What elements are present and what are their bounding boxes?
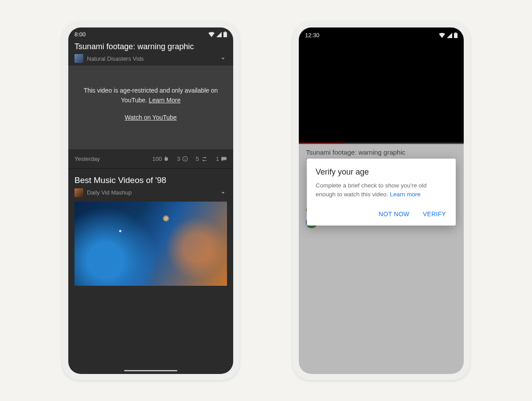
svg-rect-0 [223, 32, 227, 37]
phone-frame-left: 8:00 Tsunami footage: warning graphic Na… [62, 21, 239, 380]
dialog-body: Complete a brief check to show you're ol… [316, 181, 447, 199]
learn-more-link[interactable]: Learn More [149, 97, 181, 104]
chevron-down-icon[interactable] [219, 55, 227, 62]
cell-signal-icon [447, 33, 452, 38]
video-thumbnail[interactable] [74, 202, 227, 286]
svg-point-2 [183, 156, 188, 161]
comment-icon [221, 156, 227, 162]
channel-name[interactable]: Daily Vid Mashup [87, 189, 132, 196]
learn-more-link[interactable]: Learn more [390, 191, 420, 198]
status-icons [208, 31, 227, 37]
wifi-icon [439, 33, 445, 38]
meta-faces[interactable]: 3 [177, 156, 188, 162]
battery-icon [223, 31, 227, 37]
video-meta-row: Yesterday 100 3 5 1 [68, 149, 233, 169]
meta-comments[interactable]: 1 [216, 156, 227, 162]
channel-avatar[interactable] [74, 54, 83, 63]
meta-shares[interactable]: 5 [196, 156, 208, 162]
svg-rect-5 [454, 33, 458, 38]
age-restricted-panel: This video is age-restricted and only av… [68, 66, 233, 149]
video-item-2[interactable]: Best Music Videos of '98 Daily Vid Mashu… [68, 169, 233, 288]
status-time: 8:00 [74, 31, 86, 38]
svg-rect-1 [224, 31, 226, 32]
meta-reactions[interactable]: 100 [153, 156, 169, 162]
video-title: Tsunami footage: warning graphic [74, 42, 227, 52]
wifi-icon [208, 32, 215, 37]
not-now-button[interactable]: NOT NOW [378, 208, 411, 220]
channel-name[interactable]: Natural Disasters Vids [87, 55, 144, 62]
svg-point-3 [184, 158, 184, 159]
video-player[interactable] [299, 41, 464, 143]
phone-screen-right: 12:30 Tsunami footage: warning graphic 3… [299, 27, 464, 374]
battery-icon [454, 32, 458, 38]
dialog-title: Verify your age [316, 167, 447, 177]
verify-age-dialog: Verify your age Complete a brief check t… [307, 159, 456, 226]
face-icon [182, 156, 188, 162]
phone-frame-right: 12:30 Tsunami footage: warning graphic 3… [293, 21, 470, 380]
status-bar: 12:30 [299, 27, 464, 41]
video-title: Best Music Videos of '98 [74, 175, 227, 186]
phone-screen-left: 8:00 Tsunami footage: warning graphic Na… [68, 27, 233, 374]
cell-signal-icon [216, 32, 222, 37]
repost-icon [201, 156, 208, 162]
watch-on-youtube-link[interactable]: Watch on YouTube [125, 113, 176, 123]
chevron-down-icon[interactable] [219, 189, 227, 197]
meta-time: Yesterday [74, 156, 100, 162]
svg-rect-6 [455, 32, 456, 33]
status-icons [439, 32, 458, 38]
channel-avatar[interactable] [74, 188, 83, 197]
status-time: 12:30 [305, 32, 320, 39]
svg-point-4 [185, 158, 186, 159]
fire-icon [164, 156, 169, 162]
video-item-1[interactable]: Tsunami footage: warning graphic Natural… [68, 40, 233, 66]
verify-button[interactable]: VERIFY [422, 208, 447, 220]
home-indicator[interactable] [124, 370, 177, 371]
status-bar: 8:00 [68, 27, 233, 40]
